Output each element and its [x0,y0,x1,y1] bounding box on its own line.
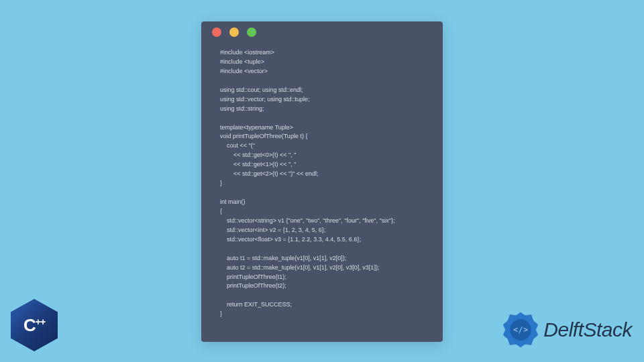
window-titlebar [201,21,443,43]
code-block: #include <iostream> #include <tuple> #in… [201,43,443,328]
brand-logo: </> DelftStack [502,311,632,349]
code-window: #include <iostream> #include <tuple> #in… [201,21,443,342]
cpp-hexagon-icon: C++ [11,299,58,351]
maximize-icon[interactable] [247,27,256,37]
svg-text:</>: </> [513,325,528,335]
gear-icon: </> [502,311,539,349]
brand-name: DelftStack [543,318,632,341]
minimize-icon[interactable] [229,27,239,37]
cpp-label: C++ [23,315,45,336]
cpp-badge: C++ [11,299,58,351]
close-icon[interactable] [212,27,221,37]
